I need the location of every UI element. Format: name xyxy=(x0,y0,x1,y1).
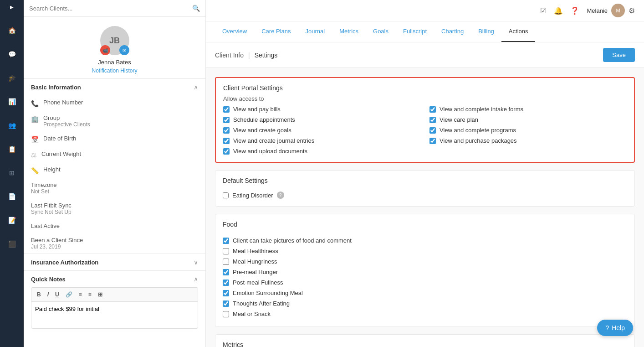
settings-icon[interactable]: ⚙ xyxy=(629,6,635,15)
quick-notes-section-header[interactable]: Quick Notes ∧ xyxy=(24,270,205,287)
sub-tab-settings[interactable]: Settings xyxy=(255,52,278,59)
checkbox-packages[interactable]: View and purchase packages xyxy=(429,137,627,144)
meal-or-snack-label: Meal or Snack xyxy=(233,311,271,317)
basic-info-section-header[interactable]: Basic Information ∧ xyxy=(24,78,205,95)
post-meal-fullness-item[interactable]: Post-meal Fullness xyxy=(223,277,627,288)
pre-meal-hunger-label: Pre-meal Hunger xyxy=(233,269,278,275)
fitbit-value: Sync Not Set Up xyxy=(31,209,198,215)
checkbox-journal-input[interactable] xyxy=(223,138,230,144)
tab-billing[interactable]: Billing xyxy=(471,21,501,42)
checkbox-schedule[interactable]: Schedule appointments xyxy=(223,116,420,123)
quick-notes-textarea[interactable]: Paid check $99 for initial xyxy=(31,301,198,329)
checkbox-create-goals-input[interactable] xyxy=(223,127,230,134)
food-pictures-checkbox[interactable] xyxy=(223,238,229,244)
meal-hungriness-item[interactable]: Meal Hungriness xyxy=(223,256,627,267)
meal-healthiness-checkbox[interactable] xyxy=(223,248,229,254)
checkbox-packages-input[interactable] xyxy=(429,138,436,144)
ul-btn[interactable]: ≡ xyxy=(77,290,84,299)
checkbox-schedule-input[interactable] xyxy=(223,117,230,123)
tab-overview[interactable]: Overview xyxy=(215,21,254,42)
list-icon[interactable]: 📝 xyxy=(5,213,19,228)
sub-tab-client-info[interactable]: Client Info xyxy=(215,52,244,59)
save-button[interactable]: Save xyxy=(603,48,635,62)
checkbox-programs-input[interactable] xyxy=(429,127,436,134)
quick-notes-chevron: ∧ xyxy=(194,275,198,283)
dob-row: 📅 Date of Birth xyxy=(24,131,205,147)
meal-healthiness-item[interactable]: Meal Healthiness xyxy=(223,246,627,256)
tab-charting[interactable]: Charting xyxy=(434,21,471,42)
dob-label: Date of Birth xyxy=(43,135,198,142)
checkbox-intake-forms-input[interactable] xyxy=(429,106,436,113)
client-name: Jenna Bates xyxy=(98,59,131,66)
header-user: Melanie M ⚙ xyxy=(587,4,635,17)
checkbox-care-plan-label: View care plan xyxy=(440,116,478,123)
ol-btn[interactable]: ≡ xyxy=(87,290,93,299)
tab-metrics[interactable]: Metrics xyxy=(332,21,366,42)
checkbox-view-pay-bills[interactable]: View and pay bills xyxy=(223,106,420,113)
checklist-icon[interactable]: ☑ xyxy=(540,6,547,15)
emotion-surrounding-meal-item[interactable]: Emotion Surrounding Meal xyxy=(223,288,627,298)
checkbox-journal[interactable]: View and create journal entries xyxy=(223,137,420,144)
food-pictures-item[interactable]: Client can take pictures of food and com… xyxy=(223,235,627,246)
checkbox-create-goals[interactable]: View and create goals xyxy=(223,127,420,134)
notification-history-link[interactable]: Notification History xyxy=(92,67,137,74)
chart-icon[interactable]: 📊 xyxy=(5,94,19,109)
graduation-icon[interactable]: 🎓 xyxy=(5,71,19,85)
checkbox-view-pay-bills-input[interactable] xyxy=(223,106,230,113)
collapse-arrow[interactable]: ▶ xyxy=(10,5,14,10)
checkbox-programs[interactable]: View and complete programs xyxy=(429,127,627,134)
tab-care-plans[interactable]: Care Plans xyxy=(254,21,298,42)
italic-btn[interactable]: I xyxy=(46,290,51,299)
bell-icon[interactable]: 🔔 xyxy=(554,6,563,15)
checkbox-documents-input[interactable] xyxy=(223,148,230,155)
thoughts-after-eating-checkbox[interactable] xyxy=(223,300,229,307)
grid-icon[interactable]: ⊞ xyxy=(5,166,19,180)
users-icon[interactable]: 👥 xyxy=(5,118,19,133)
last-active-label: Last Active xyxy=(31,223,198,229)
layers-icon[interactable]: ⬛ xyxy=(5,237,19,251)
table-icon[interactable]: 📋 xyxy=(5,142,19,156)
insurance-section-header[interactable]: Insurance Authorization ∨ xyxy=(24,254,205,270)
group-value: Prospective Clients xyxy=(43,121,198,128)
help-circle-icon[interactable]: ❓ xyxy=(570,6,579,15)
pre-meal-hunger-checkbox[interactable] xyxy=(223,269,229,275)
header-username: Melanie xyxy=(587,7,608,14)
checkbox-documents[interactable]: View and upload documents xyxy=(223,148,420,155)
post-meal-fullness-checkbox[interactable] xyxy=(223,280,229,286)
quick-notes-section: B I U 🔗 ≡ ≡ ⊞ Paid check $99 for initial xyxy=(24,287,205,335)
search-bar: 🔍 xyxy=(24,0,205,17)
document-icon[interactable]: 📄 xyxy=(5,189,19,204)
table-btn[interactable]: ⊞ xyxy=(96,290,104,299)
checkbox-documents-label: View and upload documents xyxy=(233,148,307,155)
eating-disorder-info-icon[interactable]: ? xyxy=(277,192,284,199)
emotion-surrounding-meal-checkbox[interactable] xyxy=(223,290,229,296)
help-button[interactable]: ? Help xyxy=(597,320,633,336)
sub-nav-actions: Save xyxy=(603,48,635,62)
bold-btn[interactable]: B xyxy=(35,290,43,299)
eating-disorder-checkbox[interactable] xyxy=(223,192,229,198)
meal-hungriness-checkbox[interactable] xyxy=(223,259,229,265)
tab-goals[interactable]: Goals xyxy=(366,21,396,42)
weight-icon: ⚖ xyxy=(31,151,37,159)
pre-meal-hunger-item[interactable]: Pre-meal Hunger xyxy=(223,267,627,277)
search-input[interactable] xyxy=(29,5,189,12)
meal-or-snack-item[interactable]: Meal or Snack xyxy=(223,309,627,319)
thoughts-after-eating-item[interactable]: Thoughts After Eating xyxy=(223,298,627,309)
eating-disorder-row[interactable]: Eating Disorder ? xyxy=(223,192,627,199)
link-btn[interactable]: 🔗 xyxy=(64,290,74,299)
meal-or-snack-checkbox[interactable] xyxy=(223,311,229,317)
checkbox-journal-label: View and create journal entries xyxy=(233,137,314,144)
timezone-value: Not Set xyxy=(31,188,198,195)
tab-journal[interactable]: Journal xyxy=(298,21,332,42)
checkbox-intake-forms[interactable]: View and complete intake forms xyxy=(429,106,627,113)
chat-icon[interactable]: 💬 xyxy=(5,47,19,62)
checkbox-care-plan-input[interactable] xyxy=(429,117,436,123)
underline-btn[interactable]: U xyxy=(53,290,61,299)
tab-fullscript[interactable]: Fullscript xyxy=(396,21,434,42)
checkbox-care-plan[interactable]: View care plan xyxy=(429,116,627,123)
insurance-title: Insurance Authorization xyxy=(31,259,98,266)
search-icon: 🔍 xyxy=(192,5,200,12)
home-icon[interactable]: 🏠 xyxy=(5,23,19,38)
tab-actions[interactable]: Actions xyxy=(501,21,536,42)
help-label: Help xyxy=(612,324,625,331)
